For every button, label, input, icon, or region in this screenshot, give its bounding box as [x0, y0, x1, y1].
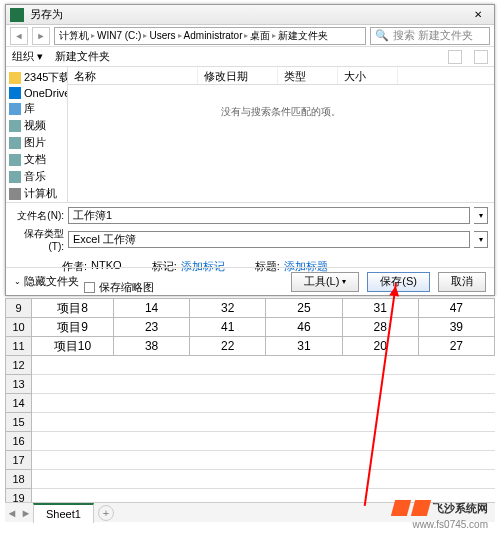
cell[interactable]: [32, 356, 495, 375]
row-header[interactable]: 14: [6, 394, 32, 413]
breadcrumb-segment[interactable]: 计算机: [59, 29, 89, 43]
table-row[interactable]: 15: [6, 413, 495, 432]
tree-item-label: 音乐: [24, 169, 46, 184]
tree-item-label: 图片: [24, 135, 46, 150]
folder-tree[interactable]: 2345下载OneDrive库视频图片文档音乐计算机WIN7 (C:)软件 (D…: [6, 67, 68, 202]
tree-item[interactable]: 文档: [6, 151, 67, 168]
cell[interactable]: [32, 413, 495, 432]
filetype-select[interactable]: Excel 工作簿: [68, 231, 470, 248]
table-row[interactable]: 17: [6, 451, 495, 470]
comp-icon: [9, 188, 21, 200]
tree-item[interactable]: 视频: [6, 117, 67, 134]
tree-item[interactable]: OneDrive: [6, 86, 67, 100]
cell[interactable]: 47: [418, 299, 494, 318]
close-icon[interactable]: ✕: [466, 7, 490, 23]
col-name[interactable]: 名称: [68, 67, 198, 84]
table-row[interactable]: 13: [6, 375, 495, 394]
breadcrumb-segment[interactable]: Administrator: [184, 30, 243, 41]
cell[interactable]: 23: [114, 318, 190, 337]
filename-dropdown[interactable]: ▾: [474, 207, 488, 224]
tree-item-label: OneDrive: [24, 87, 68, 99]
tab-sheet1[interactable]: Sheet1: [33, 503, 94, 523]
cell[interactable]: [32, 375, 495, 394]
tree-item[interactable]: 计算机: [6, 185, 67, 202]
table-row[interactable]: 14: [6, 394, 495, 413]
table-row[interactable]: 11项目103822312027: [6, 337, 495, 356]
row-header[interactable]: 12: [6, 356, 32, 375]
col-type[interactable]: 类型: [278, 67, 338, 84]
row-header[interactable]: 11: [6, 337, 32, 356]
spreadsheet-grid[interactable]: 9项目8143225314710项目9234146283911项目1038223…: [5, 298, 495, 508]
row-header[interactable]: 13: [6, 375, 32, 394]
row-header[interactable]: 17: [6, 451, 32, 470]
cell[interactable]: 项目8: [32, 299, 114, 318]
cell[interactable]: 28: [342, 318, 418, 337]
row-header[interactable]: 18: [6, 470, 32, 489]
tree-item[interactable]: 图片: [6, 134, 67, 151]
filetype-dropdown[interactable]: ▾: [474, 231, 488, 248]
table-row[interactable]: 16: [6, 432, 495, 451]
tree-item[interactable]: 2345下载: [6, 69, 67, 86]
view-icon[interactable]: [448, 50, 462, 64]
cell[interactable]: 32: [190, 299, 266, 318]
search-input[interactable]: 🔍搜索 新建文件夹: [370, 27, 490, 45]
table-row[interactable]: 18: [6, 470, 495, 489]
cancel-button[interactable]: 取消: [438, 272, 486, 292]
lib-icon: [9, 103, 21, 115]
table-row[interactable]: 12: [6, 356, 495, 375]
table-row[interactable]: 9项目81432253147: [6, 299, 495, 318]
media-icon: [9, 171, 21, 183]
cell[interactable]: 27: [418, 337, 494, 356]
row-header[interactable]: 9: [6, 299, 32, 318]
breadcrumb[interactable]: 计算机▸WIN7 (C:)▸Users▸Administrator▸桌面▸新建文…: [54, 27, 366, 45]
nav-back-button[interactable]: ◄: [10, 27, 28, 45]
empty-message: 没有与搜索条件匹配的项。: [68, 85, 494, 202]
cell[interactable]: 14: [114, 299, 190, 318]
cell[interactable]: 39: [418, 318, 494, 337]
breadcrumb-segment[interactable]: 桌面: [250, 29, 270, 43]
row-header[interactable]: 10: [6, 318, 32, 337]
breadcrumb-segment[interactable]: 新建文件夹: [278, 29, 328, 43]
filename-input[interactable]: 工作簿1: [68, 207, 470, 224]
media-icon: [9, 120, 21, 132]
watermark-icon: [411, 500, 431, 516]
nav-forward-button[interactable]: ►: [32, 27, 50, 45]
table-row[interactable]: 10项目92341462839: [6, 318, 495, 337]
cell[interactable]: 项目9: [32, 318, 114, 337]
cell[interactable]: 31: [266, 337, 342, 356]
hide-folders-button[interactable]: ⌄隐藏文件夹: [14, 274, 79, 289]
row-header[interactable]: 15: [6, 413, 32, 432]
tab-nav-prev[interactable]: ◄: [5, 507, 19, 519]
breadcrumb-segment[interactable]: Users: [149, 30, 175, 41]
cell[interactable]: [32, 394, 495, 413]
new-folder-button[interactable]: 新建文件夹: [55, 49, 110, 64]
cell[interactable]: 46: [266, 318, 342, 337]
watermark: 飞沙系统网: [393, 500, 488, 516]
cell[interactable]: [32, 432, 495, 451]
cell[interactable]: 31: [342, 299, 418, 318]
col-size[interactable]: 大小: [338, 67, 398, 84]
cell[interactable]: 20: [342, 337, 418, 356]
tree-item[interactable]: 音乐: [6, 168, 67, 185]
row-header[interactable]: 16: [6, 432, 32, 451]
tree-item[interactable]: 库: [6, 100, 67, 117]
title-bar: 另存为 ✕: [6, 5, 494, 25]
add-sheet-button[interactable]: +: [98, 505, 114, 521]
cell[interactable]: 项目10: [32, 337, 114, 356]
organize-button[interactable]: 组织 ▾: [12, 49, 43, 64]
tree-item-label: 文档: [24, 152, 46, 167]
tools-button[interactable]: 工具(L)▾: [291, 272, 359, 292]
col-date[interactable]: 修改日期: [198, 67, 278, 84]
cell[interactable]: 41: [190, 318, 266, 337]
cell[interactable]: [32, 451, 495, 470]
cell[interactable]: 25: [266, 299, 342, 318]
help-icon[interactable]: [474, 50, 488, 64]
cell[interactable]: 38: [114, 337, 190, 356]
bottom-bar: ⌄隐藏文件夹 工具(L)▾ 保存(S) 取消: [6, 267, 494, 295]
breadcrumb-segment[interactable]: WIN7 (C:): [97, 30, 141, 41]
cell[interactable]: 22: [190, 337, 266, 356]
form-area: 文件名(N): 工作簿1 ▾ 保存类型(T): Excel 工作簿 ▾: [6, 202, 494, 257]
tab-nav-next[interactable]: ►: [19, 507, 33, 519]
cell[interactable]: [32, 470, 495, 489]
column-headers[interactable]: 名称 修改日期 类型 大小: [68, 67, 494, 85]
